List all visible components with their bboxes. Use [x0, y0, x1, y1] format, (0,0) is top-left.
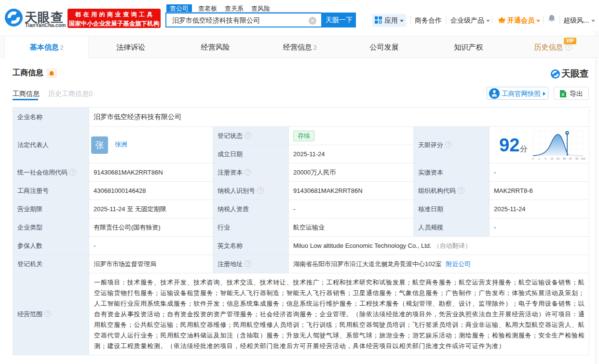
svg-text:100: 100: [581, 157, 585, 160]
svg-text:50: 50: [557, 157, 559, 160]
svg-text:99: 99: [575, 157, 578, 160]
svg-text:5: 5: [545, 157, 546, 160]
svg-text:97: 97: [569, 157, 572, 160]
svg-text:15: 15: [550, 157, 553, 160]
svg-text:1: 1: [538, 157, 540, 160]
svg-text:85: 85: [563, 157, 566, 160]
svg-text:0: 0: [532, 157, 533, 160]
svg-text:X: X: [561, 92, 564, 97]
